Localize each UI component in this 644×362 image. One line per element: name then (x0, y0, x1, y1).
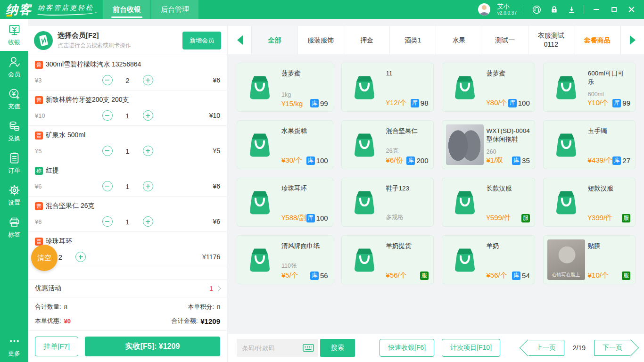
cart-item-name: 珍珠耳环 (46, 237, 72, 246)
cart-item-row[interactable]: 普 混合坚果仁 26克 ¥6 1 ¥6 (28, 197, 227, 232)
customer-service-icon[interactable] (531, 4, 542, 15)
cart-item-total: ¥5 (153, 147, 221, 155)
product-card[interactable]: 珍珠耳环 ¥588/副 库 100 (237, 178, 333, 227)
sidebar-item-cashier[interactable]: 收银 (0, 19, 28, 51)
window-close-button[interactable] (626, 4, 636, 15)
increase-quantity-button[interactable] (143, 146, 153, 156)
stock-type-badge: 库 (612, 99, 621, 107)
promo-activity-row[interactable]: 优惠活动 1 (28, 279, 227, 297)
product-info: 珍珠耳环 ¥588/副 库 100 (281, 182, 328, 222)
product-card[interactable]: 水果蛋糕 ¥30/个 库 100 (237, 120, 333, 169)
cart-item-row[interactable]: 普 矿泉水 500ml ¥5 1 ¥5 (28, 126, 227, 161)
keyboard-icon[interactable] (303, 344, 314, 352)
user-avatar[interactable] (478, 3, 490, 16)
product-card[interactable]: 11 ¥12/个 库 98 (341, 63, 434, 112)
item-type-badge: 普 (35, 96, 43, 104)
count-item-button[interactable]: 计次项目[F10] (442, 339, 500, 357)
cart-item-total: ¥6 (153, 182, 221, 190)
search-button[interactable]: 搜索 (320, 339, 355, 357)
quick-cashier-button[interactable]: 快速收银[F6] (380, 339, 434, 357)
category-tab[interactable]: 全部 (252, 26, 298, 54)
product-card[interactable]: WXT(SD)-0004型休闲拖鞋 260 ¥1/双 库 35 (442, 120, 535, 169)
decrease-quantity-button[interactable] (102, 181, 113, 191)
product-lower: ¥80/个 库 100 (487, 99, 530, 107)
prev-page-button[interactable]: 上一页 (528, 340, 564, 356)
product-card[interactable]: 短款汉服 ¥399/件 服 (543, 178, 636, 227)
download-icon[interactable] (566, 4, 577, 15)
product-card[interactable]: 鞋子123 多规格 (341, 178, 434, 227)
decrease-quantity-button[interactable] (102, 110, 113, 121)
product-media (346, 182, 383, 222)
cart-item-name: 矿泉水 500ml (46, 131, 85, 140)
product-stock: 库 100 (508, 99, 530, 107)
sidebar-item-exchange[interactable]: 兑换 (0, 115, 28, 147)
sidebar-item-recharge[interactable]: 充值 (0, 83, 28, 115)
cart-item-row[interactable]: 普 珍珠耳环 2 ¥1176 (28, 232, 227, 267)
product-bag-icon (551, 72, 581, 102)
scroll-categories-right-button[interactable] (620, 26, 644, 54)
product-card[interactable]: 菠萝蜜 ¥80/个 库 100 (442, 63, 535, 112)
window-maximize-button[interactable] (609, 4, 619, 15)
cart-item-row[interactable]: 称 红提 ¥6 1 ¥6 (28, 161, 227, 197)
arrow-left-icon (237, 35, 243, 45)
stock-type-badge: 库 (310, 272, 319, 280)
product-bag-icon (245, 245, 275, 275)
decrease-quantity-button[interactable] (102, 216, 113, 227)
category-tab[interactable]: 押金 (344, 26, 390, 54)
product-bottom-row: ¥599/件 服 (487, 214, 530, 222)
product-card[interactable]: 心情写在脸上 贴膜 ¥10/个 服 (543, 235, 636, 284)
window-minimize-button[interactable] (591, 4, 602, 15)
top-nav-tab[interactable]: 前台收银 (103, 0, 150, 19)
increase-quantity-button[interactable] (143, 75, 153, 85)
sidebar-item-more[interactable]: 更多 (0, 333, 28, 359)
product-lower: 多规格 (386, 214, 429, 222)
barcode-input[interactable] (241, 344, 303, 352)
category-tab[interactable]: 服装服饰 (298, 26, 344, 54)
next-page-button[interactable]: 下一页 (594, 340, 630, 356)
category-tab[interactable]: 测试一 (482, 26, 528, 54)
add-member-button[interactable]: 新增会员 (182, 32, 221, 49)
product-lower: 110张 ¥5/个 库 56 (281, 262, 328, 280)
product-info: 水果蛋糕 ¥30/个 库 100 (281, 124, 328, 165)
cart-item-row[interactable]: 普 新致林牌竹牙签200支 200支 ¥10 1 ¥10 (28, 90, 227, 126)
checkout-button[interactable]: 实收[F5]: ¥1209 (85, 337, 220, 356)
cart-item-list: 普 300ml雪碧柠檬味汽水 13256864 ¥3 2 ¥6 (28, 55, 227, 279)
top-nav-tab[interactable]: 后台管理 (151, 0, 198, 19)
increase-quantity-button[interactable] (75, 252, 86, 262)
product-stock: 库 200 (406, 156, 428, 165)
app-version: v2.0.0.37 (497, 10, 517, 16)
category-tab[interactable]: 酒类1 (390, 26, 436, 54)
item-type-badge: 普 (35, 61, 43, 69)
clear-cart-button[interactable]: 清空 (31, 245, 58, 271)
decrease-quantity-button[interactable] (102, 146, 113, 156)
product-price: ¥1/双 (487, 156, 504, 165)
product-spec: 600ml (588, 91, 630, 98)
category-tab[interactable]: 衣服测试0112 (528, 26, 575, 54)
product-card[interactable]: 羊奶提货 ¥56/个 服 (341, 235, 434, 284)
product-card[interactable]: 清风牌面巾纸 110张 ¥5/个 库 56 (237, 235, 333, 284)
sidebar-item-settings[interactable]: 设置 (0, 179, 28, 211)
product-card[interactable]: 玉手镯 ¥439/个 库 27 (543, 120, 636, 169)
product-media (346, 67, 383, 107)
increase-quantity-button[interactable] (143, 181, 153, 191)
increase-quantity-button[interactable] (143, 216, 153, 227)
product-card[interactable]: 600ml可口可乐 600ml ¥10/个 库 99 (543, 63, 636, 112)
member-select-header[interactable]: 选择会员[F2] 点击进行会员搜索或刷卡操作 新增会员 (28, 26, 227, 55)
decrease-quantity-button[interactable] (102, 75, 113, 85)
sidebar-item-labels[interactable]: 标签 (0, 211, 28, 243)
category-tab[interactable]: 套餐商品 (574, 26, 620, 54)
lock-icon[interactable] (549, 4, 559, 15)
product-card[interactable]: 菠萝蜜 1kg ¥15/kg 库 99 (237, 63, 333, 112)
scroll-categories-left-button[interactable] (228, 26, 252, 54)
product-info: 羊奶提货 ¥56/个 服 (386, 239, 429, 280)
product-card[interactable]: 羊奶 ¥56/个 库 54 (442, 235, 535, 284)
hold-order-button[interactable]: 挂单[F7] (35, 337, 78, 356)
sidebar-item-orders[interactable]: 订单 (0, 147, 28, 179)
category-tab[interactable]: 水果 (436, 26, 482, 54)
cart-item-row[interactable]: 普 300ml雪碧柠檬味汽水 13256864 ¥3 2 ¥6 (28, 55, 227, 90)
product-card[interactable]: 混合坚果仁 26克 ¥6/份 库 200 (341, 120, 434, 169)
sidebar-item-member[interactable]: 会员 (0, 51, 28, 83)
cart-item-quantity: 1 (124, 112, 132, 120)
product-card[interactable]: 长款汉服 ¥599/件 服 (442, 178, 535, 227)
increase-quantity-button[interactable] (143, 110, 153, 121)
